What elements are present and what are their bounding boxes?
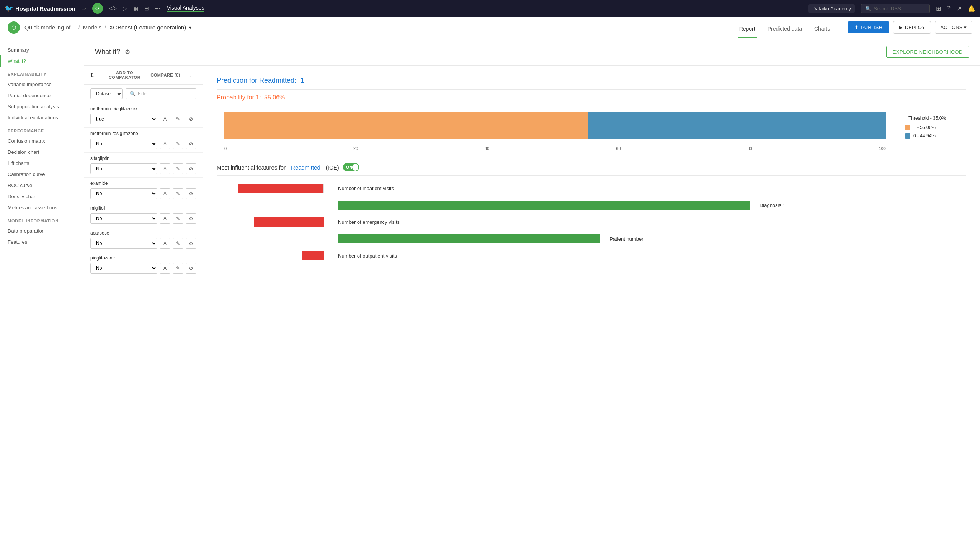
gear-icon[interactable]: ⚙ <box>125 48 130 55</box>
var-btn-reset-3[interactable]: ⊘ <box>186 188 196 199</box>
workspace-name[interactable]: Dataiku Academy <box>808 4 855 13</box>
dataset-filter-select[interactable]: Dataset <box>90 88 122 99</box>
variable-row-sitagliptin: sitagliptin No A ✎ ⊘ <box>84 153 203 178</box>
nav-icon-play[interactable]: ▷ <box>123 5 127 11</box>
search-box[interactable]: 🔍 Search DSS... <box>861 4 930 13</box>
variable-select-6[interactable]: No <box>90 263 157 274</box>
var-btn-reset-0[interactable]: ⊘ <box>186 114 196 124</box>
var-btn-format-4[interactable]: A <box>160 213 170 224</box>
sidebar-item-summary[interactable]: Summary <box>0 44 84 55</box>
var-btn-edit-4[interactable]: ✎ <box>173 213 183 224</box>
legend-color-1 <box>905 125 910 130</box>
var-btn-edit-0[interactable]: ✎ <box>173 114 183 124</box>
col-more-icon[interactable]: ... <box>187 72 196 78</box>
var-btn-reset-4[interactable]: ⊘ <box>186 213 196 224</box>
sidebar-item-roc-curve[interactable]: ROC curve <box>0 180 84 191</box>
var-btn-format-6[interactable]: A <box>160 263 170 274</box>
tab-report[interactable]: Report <box>738 26 757 38</box>
variable-name: pioglitazone <box>90 255 196 261</box>
var-btn-format-3[interactable]: A <box>160 188 170 199</box>
sidebar-item-decision-chart[interactable]: Decision chart <box>0 147 84 158</box>
threshold-legend-line <box>905 115 905 122</box>
publish-button[interactable]: ⬆ PUBLISH <box>848 21 889 33</box>
sidebar-item-variable-importance[interactable]: Variable importance <box>0 79 84 90</box>
var-btn-reset-6[interactable]: ⊘ <box>186 263 196 274</box>
visual-analyses-tab[interactable]: Visual Analyses <box>167 5 204 12</box>
top-bar-right: Dataiku Academy 🔍 Search DSS... ⊞ ? ↗ 🔔 <box>808 4 975 13</box>
toggle-pill[interactable]: ON <box>343 163 359 171</box>
breadcrumb-models[interactable]: Models <box>83 24 101 31</box>
sidebar-item-features[interactable]: Features <box>0 236 84 248</box>
features-divider <box>217 175 966 176</box>
sidebar-item-whatif[interactable]: What if? <box>0 55 84 67</box>
tab-predicted-data[interactable]: Predicted data <box>766 26 804 38</box>
ice-toggle[interactable]: ON <box>343 163 359 171</box>
var-btn-edit-3[interactable]: ✎ <box>173 188 183 199</box>
var-btn-format-5[interactable]: A <box>160 238 170 249</box>
features-title-prefix: Most influential features for <box>217 164 286 171</box>
variable-controls: No A ✎ ⊘ <box>90 263 196 274</box>
center-axis-1 <box>331 199 331 211</box>
brand-logo: ⬡ <box>8 21 20 34</box>
deploy-button[interactable]: ▶ DEPLOY <box>893 21 931 34</box>
variable-select-2[interactable]: No <box>90 163 157 174</box>
variable-select-3[interactable]: No <box>90 188 157 199</box>
breadcrumb-dropdown-icon[interactable]: ▾ <box>189 25 191 30</box>
prediction-title-value: 1 <box>301 77 304 84</box>
var-btn-reset-2[interactable]: ⊘ <box>186 163 196 174</box>
var-btn-edit-2[interactable]: ✎ <box>173 163 183 174</box>
variable-filter-input[interactable]: 🔍 Filter... <box>126 88 196 99</box>
variable-select-1[interactable]: No <box>90 139 157 149</box>
axis-label-60: 60 <box>616 146 621 151</box>
main-layout: Summary What if? EXPLAINABILITY Variable… <box>0 38 980 551</box>
flow-icon[interactable]: ⟳ <box>92 3 103 14</box>
center-axis <box>331 183 331 194</box>
var-btn-format-1[interactable]: A <box>160 139 170 149</box>
sort-icon[interactable]: ⇅ <box>90 72 101 78</box>
tab-charts[interactable]: Charts <box>813 26 831 38</box>
var-btn-reset-1[interactable]: ⊘ <box>186 139 196 149</box>
feature-bar-pos-3 <box>338 234 600 243</box>
top-navigation-bar: 🐦 Hospital Readmission ⇒ ⟳ </> ▷ ▦ ⊟ •••… <box>0 0 980 17</box>
sidebar-section-performance: PERFORMANCE <box>0 123 84 135</box>
nav-icon-table[interactable]: ⊟ <box>144 5 149 11</box>
nav-icon-more[interactable]: ••• <box>155 5 161 11</box>
prob-prefix: Probability for 1: <box>217 94 261 101</box>
nav-icon-grid[interactable]: ▦ <box>133 5 138 11</box>
nav-icon-code[interactable]: </> <box>109 5 117 11</box>
var-btn-reset-5[interactable]: ⊘ <box>186 238 196 249</box>
sidebar-item-calibration-curve[interactable]: Calibration curve <box>0 169 84 180</box>
trending-icon[interactable]: ↗ <box>957 5 962 12</box>
feature-row-patient: Patient number <box>217 233 966 245</box>
sidebar-item-density-chart[interactable]: Density chart <box>0 191 84 202</box>
variable-select-4[interactable]: No <box>90 213 157 224</box>
sidebar-item-data-preparation[interactable]: Data preparation <box>0 225 84 236</box>
variable-select-5[interactable]: No <box>90 238 157 249</box>
help-icon[interactable]: ? <box>947 5 951 12</box>
apps-icon[interactable]: ⊞ <box>936 5 941 12</box>
breadcrumb-current[interactable]: XGBoost (Feature generation) <box>109 24 186 31</box>
var-btn-edit-5[interactable]: ✎ <box>173 238 183 249</box>
var-btn-format-0[interactable]: A <box>160 114 170 124</box>
axis-label-20: 20 <box>353 146 358 151</box>
sidebar-item-partial-dependence[interactable]: Partial dependence <box>0 90 84 101</box>
feature-label-0: Number of inpatient visits <box>338 186 394 191</box>
var-btn-edit-1[interactable]: ✎ <box>173 139 183 149</box>
sidebar-item-subpopulation-analysis[interactable]: Subpopulation analysis <box>0 101 84 112</box>
feature-bar-area-2 <box>217 217 324 227</box>
variable-select-0[interactable]: true <box>90 114 157 124</box>
breadcrumb-quick[interactable]: Quick modeling of... <box>24 24 75 31</box>
notifications-icon[interactable]: 🔔 <box>968 5 975 12</box>
sidebar-item-lift-charts[interactable]: Lift charts <box>0 158 84 169</box>
var-btn-edit-6[interactable]: ✎ <box>173 263 183 274</box>
center-axis-3 <box>331 233 331 245</box>
explore-neighborhood-button[interactable]: EXPLORE NEIGHBORHOOD <box>886 46 969 58</box>
feature-label-3: Patient number <box>609 236 643 242</box>
sidebar-item-individual-explanations[interactable]: Individual explanations <box>0 112 84 123</box>
nav-icon-flow[interactable]: ⇒ <box>82 5 86 11</box>
sidebar-item-metrics-assertions[interactable]: Metrics and assertions <box>0 202 84 213</box>
sidebar-item-confusion-matrix[interactable]: Confusion matrix <box>0 135 84 147</box>
actions-button[interactable]: ACTIONS ▾ <box>935 21 972 34</box>
var-btn-format-2[interactable]: A <box>160 163 170 174</box>
project-name[interactable]: Hospital Readmission <box>15 5 75 12</box>
